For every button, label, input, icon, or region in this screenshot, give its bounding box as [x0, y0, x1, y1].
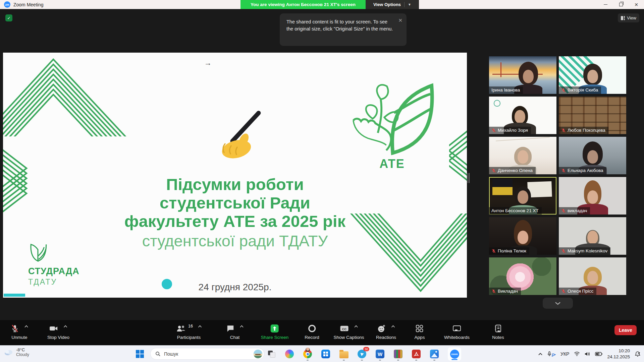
battery-icon[interactable] — [595, 352, 602, 356]
acrobat-icon[interactable] — [412, 349, 421, 359]
search-highlight-image[interactable] — [254, 350, 262, 358]
studrada-logo-name: СТУДРАДА — [28, 266, 79, 277]
participant-tile[interactable]: Викладач — [489, 257, 556, 295]
writing-hand-emoji — [204, 110, 266, 164]
record-label: Record — [305, 335, 319, 340]
tray-date: 24.12.2025 — [607, 354, 630, 360]
participant-tile[interactable]: Олеся Прісс — [559, 257, 626, 295]
search-input[interactable]: Пошук — [150, 348, 264, 360]
leave-button[interactable]: Leave — [614, 325, 637, 335]
ate-logo-label: ATE — [345, 157, 439, 171]
restore-button[interactable] — [613, 0, 629, 9]
show-captions-button[interactable]: CC Show Captions — [334, 323, 364, 340]
volume-icon[interactable] — [585, 352, 590, 356]
apps-button[interactable]: Apps — [415, 323, 425, 340]
participant-tile[interactable]: Ельнара Аюбова — [559, 137, 626, 174]
zoom-taskbar-icon[interactable]: zoom — [448, 347, 461, 361]
participant-name-label: Maksym Kolesnikov — [559, 247, 610, 255]
participant-tile[interactable]: Михайло Зоря — [489, 97, 556, 134]
participant-tile[interactable]: Maksym Kolesnikov — [559, 217, 626, 255]
mic-location-indicator[interactable] — [547, 351, 556, 357]
muted-mic-icon — [561, 128, 566, 133]
winrar-icon[interactable] — [393, 349, 403, 359]
participant-tile[interactable]: Данченко Олена — [489, 137, 556, 174]
view-layout-button[interactable]: View — [618, 13, 639, 22]
muted-mic-icon — [561, 289, 566, 294]
view-button-label: View — [627, 15, 636, 20]
zoom-toolbar: Unmute Stop Video 16 Participants — [0, 320, 644, 345]
whiteboards-button[interactable]: Whiteboards — [444, 323, 470, 340]
file-explorer-icon[interactable] — [339, 349, 348, 359]
participant-name-label: викладач — [559, 207, 590, 215]
participant-name: Вікторія Скиба — [568, 87, 598, 93]
share-screen-button[interactable]: Share Screen — [261, 323, 289, 340]
participants-grid: Ірина Іванова Вікторія Скиба — [489, 56, 626, 295]
stop-video-caret-icon[interactable] — [64, 325, 68, 328]
close-button[interactable]: ✕ — [629, 0, 644, 9]
participant-name-label: Викладач — [489, 288, 521, 295]
start-button[interactable] — [136, 350, 144, 358]
clock-widget[interactable]: 10:20 24.12.2025 — [607, 348, 630, 360]
record-button[interactable]: Record — [305, 323, 319, 340]
captions-caret-icon[interactable] — [354, 325, 358, 328]
minimize-button[interactable] — [598, 0, 613, 9]
panel-resize-handle[interactable] — [468, 173, 470, 183]
participant-tile[interactable]: викладач — [559, 177, 626, 215]
apps-label: Apps — [415, 335, 425, 340]
toast-text: The shared content is fit to your screen… — [286, 19, 393, 32]
chat-caret-icon[interactable] — [240, 325, 244, 328]
photos-icon[interactable] — [430, 349, 439, 359]
participant-tile[interactable]: Любов Покопцева — [559, 97, 626, 134]
chrome-icon[interactable] — [303, 349, 312, 359]
tray-chevron-up-icon[interactable] — [538, 353, 543, 356]
copilot-icon[interactable] — [285, 349, 294, 359]
participant-name: Олеся Прісс — [568, 289, 593, 294]
unmute-caret-icon[interactable] — [24, 325, 29, 328]
camera-icon — [49, 324, 59, 333]
participant-name-label: Любов Покопцева — [559, 127, 608, 134]
view-options-label: View Options — [373, 2, 401, 7]
word-icon[interactable]: W — [375, 349, 385, 359]
notes-label: Notes — [492, 335, 504, 340]
participant-name-label: Антон Бессонов 21 ХТ — [489, 207, 542, 215]
stop-video-button[interactable]: Stop Video — [47, 323, 69, 340]
more-participants-button[interactable] — [543, 298, 573, 309]
language-indicator[interactable]: УКР — [560, 351, 569, 357]
chat-button[interactable]: Chat — [226, 323, 244, 340]
participant-name: Викладач — [498, 289, 518, 294]
view-options-button[interactable]: View Options ▼ — [366, 0, 419, 9]
security-shield-icon[interactable]: ✓ — [5, 14, 12, 21]
participant-tile[interactable]: Ірина Іванова — [489, 56, 556, 94]
participant-name-label: Ірина Іванова — [489, 86, 523, 94]
participant-name: Любов Покопцева — [568, 128, 605, 133]
task-view-icon[interactable] — [267, 349, 276, 359]
telegram-icon[interactable]: 30 — [357, 349, 367, 359]
participant-name-label: Вікторія Скиба — [559, 86, 601, 94]
presenter-cursor: → — [204, 59, 212, 67]
muted-mic-icon — [561, 208, 566, 213]
wifi-icon[interactable] — [574, 352, 580, 356]
participant-tile[interactable]: Антон Бессонов 21 ХТ — [489, 177, 556, 215]
participant-tile[interactable]: Поліна Телюк — [489, 217, 556, 255]
participants-button[interactable]: 16 Participants — [176, 323, 202, 340]
apps-icon — [415, 324, 424, 333]
ate-logo — [350, 81, 434, 156]
tray-location-icon — [552, 353, 556, 357]
notes-icon — [494, 324, 502, 333]
participant-name-label: Данченко Олена — [489, 167, 536, 174]
notification-bell-icon[interactable] — [635, 351, 641, 357]
toast-close-icon[interactable]: ✕ — [398, 17, 402, 24]
slide-title-line3: факультету АТЕ за 2025 рік — [3, 212, 467, 231]
reactions-icon — [377, 324, 386, 333]
reactions-caret-icon[interactable] — [391, 325, 395, 328]
weather-temperature: -8°C — [16, 347, 29, 352]
weather-widget[interactable]: -8°C Cloudy — [4, 347, 29, 357]
muted-mic-icon — [491, 168, 496, 173]
participants-caret-icon[interactable] — [198, 325, 202, 328]
notes-button[interactable]: Notes — [492, 323, 504, 340]
microsoft-store-icon[interactable] — [321, 349, 330, 359]
unmute-button[interactable]: Unmute — [11, 323, 29, 340]
participant-tile[interactable]: Вікторія Скиба — [559, 56, 626, 94]
viewing-screen-banner: You are viewing Антон Бессонов 21 XT's s… — [240, 0, 366, 9]
reactions-button[interactable]: Reactions — [376, 323, 396, 340]
